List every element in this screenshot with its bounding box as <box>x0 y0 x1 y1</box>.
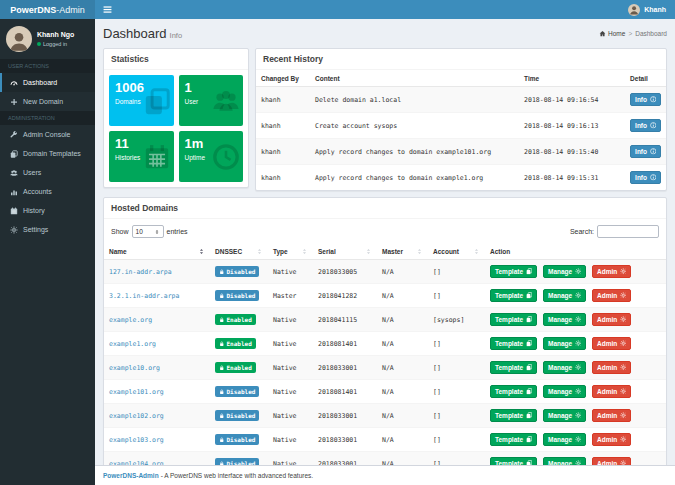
gear-icon <box>620 364 627 371</box>
gear-icon <box>620 316 627 323</box>
footer-brand-link[interactable]: PowerDNS-Admin <box>103 472 159 479</box>
dnssec-badge: Disabled <box>215 458 259 465</box>
calendar-icon <box>10 207 18 215</box>
cell-dnssec: Disabled <box>210 428 268 452</box>
dnssec-badge: Disabled <box>215 266 259 277</box>
admin-button[interactable]: Admin <box>592 337 631 350</box>
cell-content: Delete domain a1.local <box>310 87 519 113</box>
cell-changed-by: khanh <box>256 139 310 165</box>
domain-link[interactable]: example.org <box>109 316 152 324</box>
domain-row: example10.org Enabled Native 2018033001 … <box>104 356 666 380</box>
dnssec-badge: Disabled <box>215 410 259 421</box>
manage-button[interactable]: Manage <box>543 313 586 326</box>
brand-bold: PowerDNS <box>10 5 56 15</box>
col-type[interactable]: Type <box>268 243 313 260</box>
gear-icon <box>575 268 582 275</box>
sort-icon <box>473 248 480 255</box>
cell-type: Native <box>268 380 313 404</box>
search-input[interactable] <box>597 225 659 238</box>
online-status-icon <box>37 42 41 46</box>
cell-account: [] <box>428 284 485 308</box>
domain-link[interactable]: example101.org <box>109 388 164 396</box>
sidebar-item-users[interactable]: Users <box>0 163 95 182</box>
template-button[interactable]: Template <box>490 313 537 326</box>
manage-button[interactable]: Manage <box>543 409 586 422</box>
template-button[interactable]: Template <box>490 289 537 302</box>
gear-icon <box>620 412 627 419</box>
user-menu[interactable]: Khanh <box>619 0 675 19</box>
admin-button[interactable]: Admin <box>592 289 631 302</box>
sort-icon <box>416 248 423 255</box>
gear-icon <box>575 340 582 347</box>
cell-action: Template Manage Admin <box>485 260 666 284</box>
sidebar-item-new-domain[interactable]: New Domain <box>0 92 95 111</box>
person-icon <box>629 5 639 15</box>
manage-button[interactable]: Manage <box>543 265 586 278</box>
recent-history-title: Recent History <box>256 49 666 70</box>
domain-link[interactable]: example1.org <box>109 340 156 348</box>
sidebar-item-domain-templates[interactable]: Domain Templates <box>0 144 95 163</box>
brand-logo[interactable]: PowerDNS-Admin <box>0 0 95 19</box>
info-button[interactable]: Info <box>630 171 661 184</box>
manage-button[interactable]: Manage <box>543 337 586 350</box>
template-button[interactable]: Template <box>490 361 537 374</box>
cell-account: [] <box>428 452 485 466</box>
clone-icon <box>526 364 533 371</box>
domain-link[interactable]: example10.org <box>109 364 160 372</box>
template-button[interactable]: Template <box>490 409 537 422</box>
gear-icon <box>620 388 627 395</box>
gear-icon <box>575 436 582 443</box>
cell-account: [] <box>428 332 485 356</box>
cell-action: Template Manage Admin <box>485 308 666 332</box>
domain-link[interactable]: example103.org <box>109 436 164 444</box>
col-master[interactable]: Master <box>377 243 428 260</box>
admin-button[interactable]: Admin <box>592 385 631 398</box>
template-button[interactable]: Template <box>490 433 537 446</box>
manage-button[interactable]: Manage <box>543 433 586 446</box>
info-button[interactable]: Info <box>630 119 661 132</box>
brand-rest: -Admin <box>56 5 85 15</box>
col-account[interactable]: Account <box>428 243 485 260</box>
info-button[interactable]: Info <box>630 145 661 158</box>
template-button[interactable]: Template <box>490 265 537 278</box>
cell-master: N/A <box>377 452 428 466</box>
col-name[interactable]: Name <box>104 243 210 260</box>
lock-icon <box>219 413 225 419</box>
template-button[interactable]: Template <box>490 385 537 398</box>
admin-button[interactable]: Admin <box>592 457 631 465</box>
sidebar-item-accounts[interactable]: Accounts <box>0 182 95 201</box>
cell-name: example103.org <box>104 428 210 452</box>
template-button[interactable]: Template <box>490 337 537 350</box>
template-button[interactable]: Template <box>490 457 537 465</box>
page-length-select[interactable]: 10 <box>132 225 164 238</box>
sidebar-item-history[interactable]: History <box>0 201 95 220</box>
domain-link[interactable]: 3.2.1.in-addr.arpa <box>109 292 179 300</box>
info-button[interactable]: Info <box>630 93 661 106</box>
domain-link[interactable]: example102.org <box>109 412 164 420</box>
admin-button[interactable]: Admin <box>592 265 631 278</box>
admin-button[interactable]: Admin <box>592 361 631 374</box>
sidebar-item-dashboard[interactable]: Dashboard <box>0 73 95 92</box>
admin-button[interactable]: Admin <box>592 313 631 326</box>
breadcrumb-home[interactable]: Home <box>599 30 625 37</box>
cell-action: Template Manage Admin <box>485 380 666 404</box>
clone-icon <box>526 412 533 419</box>
manage-button[interactable]: Manage <box>543 457 586 465</box>
cell-detail: Info <box>625 87 666 113</box>
sidebar-toggle-button[interactable] <box>95 0 119 19</box>
cell-name: example101.org <box>104 380 210 404</box>
admin-button[interactable]: Admin <box>592 409 631 422</box>
cell-serial: 2018033001 <box>313 356 377 380</box>
domain-link[interactable]: 127.in-addr.arpa <box>109 268 172 276</box>
cell-name: example10.org <box>104 356 210 380</box>
manage-button[interactable]: Manage <box>543 385 586 398</box>
manage-button[interactable]: Manage <box>543 361 586 374</box>
history-row: khanh Apply record changes to domain exa… <box>256 139 666 165</box>
col-serial[interactable]: Serial <box>313 243 377 260</box>
sidebar-item-settings[interactable]: Settings <box>0 220 95 239</box>
admin-button[interactable]: Admin <box>592 433 631 446</box>
cell-content: Apply record changes to domain example1.… <box>310 165 519 191</box>
col-dnssec[interactable]: DNSSEC <box>210 243 268 260</box>
manage-button[interactable]: Manage <box>543 289 586 302</box>
sidebar-item-admin-console[interactable]: Admin Console <box>0 125 95 144</box>
